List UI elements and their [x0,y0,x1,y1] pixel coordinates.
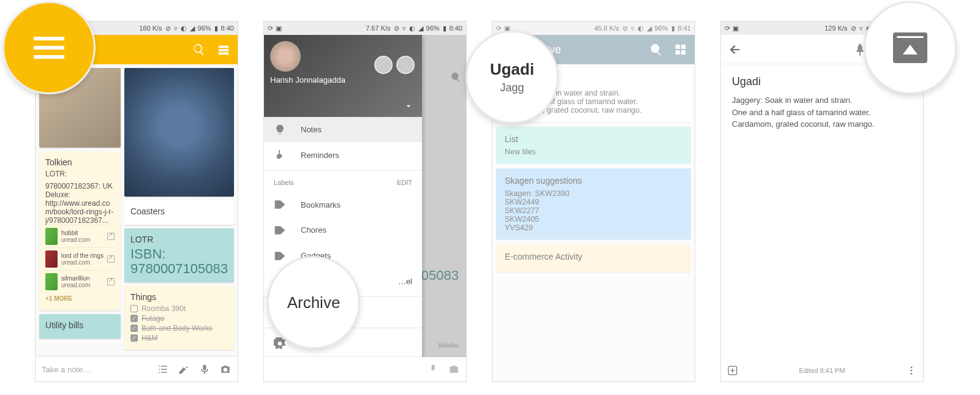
note-text: SKW2277 [505,206,682,215]
battery-pct: 96% [198,24,211,32]
drawer-item-notes[interactable]: Notes [264,117,422,143]
hamburger-icon [34,37,64,59]
chevron-down-icon[interactable] [404,101,413,111]
rotate-icon: ⊘ [851,24,856,32]
sync-icon: ⟳ [496,24,502,32]
checklist-item[interactable]: ✓H&M [130,334,228,342]
take-note-bar-bg [264,357,466,382]
note-utility[interactable]: Utility bills [39,314,121,339]
tag-icon [274,198,286,211]
bulb-icon [274,124,286,136]
drawer-label-chores[interactable]: Chores [264,217,422,243]
tag-icon [274,250,286,262]
drawer-label: …el [398,277,412,286]
link-preview[interactable]: silmarillionuread.com [45,270,115,293]
drawer-item-reminders[interactable]: Reminders [264,142,422,168]
battery-icon: ▮ [671,24,675,32]
dnd-icon: ◐ [409,24,415,32]
note-title: Coasters [130,206,228,216]
note-text: YVS429 [505,224,682,232]
rotate-icon: ⊘ [394,24,399,32]
wifi-icon: ▿ [402,24,406,32]
camera-icon[interactable] [219,363,232,375]
list-icon[interactable] [157,363,169,375]
note-text: 9780007182367: UK Deluxe: [45,182,115,199]
unarchive-icon [893,32,927,63]
archive-note-skagen[interactable]: Skagen suggestions Skagen: SKW2390 SKW24… [496,168,691,239]
account-name: Harish Jonnalagadda [270,75,416,85]
net-speed: 45.8 K/s [594,24,619,32]
callout-archive: Archive [267,256,360,349]
drawer-section-labels: Labels EDIT [264,173,422,192]
note-link: http://www.uread.com/book/lord-rings-j-r… [45,199,115,225]
photo-icon: ▣ [276,24,282,32]
clock: 8:40 [450,24,462,32]
checklist-item[interactable]: ✓Bath and Body Works [130,324,228,333]
battery-pct: 96% [655,24,668,32]
battery-pct: 96% [426,24,440,32]
note-lotr[interactable]: LOTR ISBN: 9780007105083 [124,228,234,282]
archive-note-ecom[interactable]: E-commerce Activity [496,244,691,273]
labels-edit-button[interactable]: EDIT [397,179,412,186]
avatar[interactable] [270,41,301,72]
net-speed: 7.67 K/s [366,24,390,32]
wifi-icon: ▿ [631,24,635,32]
callout-hamburger [2,1,96,94]
note-coasters[interactable]: Coasters [124,200,234,225]
sync-icon: ⟳ [725,24,730,32]
callout-ugadi: Ugadi Jagg [466,31,559,124]
drawer-header[interactable]: Harish Jonnalagadda [264,35,422,117]
net-speed: 180 K/s [139,24,162,32]
battery-icon: ▮ [443,24,447,32]
net-speed: 129 K/s [824,24,847,32]
note-text: SKW2405 [505,215,682,224]
note-title: List [505,134,682,144]
note-image-thumbnail[interactable] [124,68,234,197]
grid-view-icon[interactable] [674,43,687,56]
note-text: SKW2449 [505,198,682,206]
editor-bottom-bar: Edited 8:41 PM [721,359,923,382]
back-arrow-icon[interactable] [728,43,742,56]
svg-point-4 [911,370,913,372]
more-vert-icon[interactable] [906,365,917,376]
account-avatar-small[interactable] [374,56,393,74]
view-toggle-icon[interactable] [217,43,230,56]
more-chip[interactable]: +1 MORE [45,293,115,304]
add-box-icon[interactable] [727,365,738,376]
camera-icon [448,363,460,375]
signal-icon: ◢ [647,24,652,32]
mic-icon [427,363,439,375]
link-preview[interactable]: hobbituread.com [45,225,115,247]
dnd-icon: ◐ [181,24,187,32]
note-text: Skagen: SKW2390 [505,189,682,198]
battery-icon: ▮ [214,24,218,32]
take-note-bar[interactable]: Take a note… [36,357,238,382]
account-avatar-small[interactable] [396,56,415,74]
draw-icon[interactable] [178,363,190,375]
note-title: Utility bills [45,320,115,330]
photo-icon: ▣ [733,24,739,32]
dnd-icon: ◐ [638,24,644,32]
note-things[interactable]: Things Roomba 390t ✓Futago ✓Bath and Bod… [124,286,234,350]
note-title: LOTR [130,235,228,244]
checklist-item[interactable]: ✓Futago [130,314,228,323]
mic-icon[interactable] [198,363,211,375]
status-bar: ⟳▣ 7.67 K/s ⊘ ▿ ◐ ◢ 96% ▮ 8:40 [264,21,466,35]
rotate-icon: ⊘ [165,24,171,32]
link-preview[interactable]: lord of the ringsuread.com [45,247,115,270]
search-icon[interactable] [649,43,663,56]
open-link-icon[interactable] [107,255,115,263]
svg-point-5 [911,373,913,375]
open-link-icon[interactable] [107,278,115,285]
sync-icon: ⟳ [268,24,273,32]
checklist-item[interactable]: Roomba 390t [130,304,228,313]
archive-note-list[interactable]: List New tiles [496,127,691,164]
drawer-label-bookmarks[interactable]: Bookmarks [264,192,422,217]
open-link-icon[interactable] [107,233,115,240]
callout-label: Ugadi [490,60,534,79]
search-icon[interactable] [192,43,206,56]
take-note-hint: Take a note… [42,365,148,374]
note-tolkien[interactable]: Tolkien LOTR: 9780007182367: UK Deluxe: … [39,151,121,310]
callout-unarchive [864,1,957,94]
note-body-input[interactable]: Jaggery: Soak in water and strain. One a… [732,94,912,130]
